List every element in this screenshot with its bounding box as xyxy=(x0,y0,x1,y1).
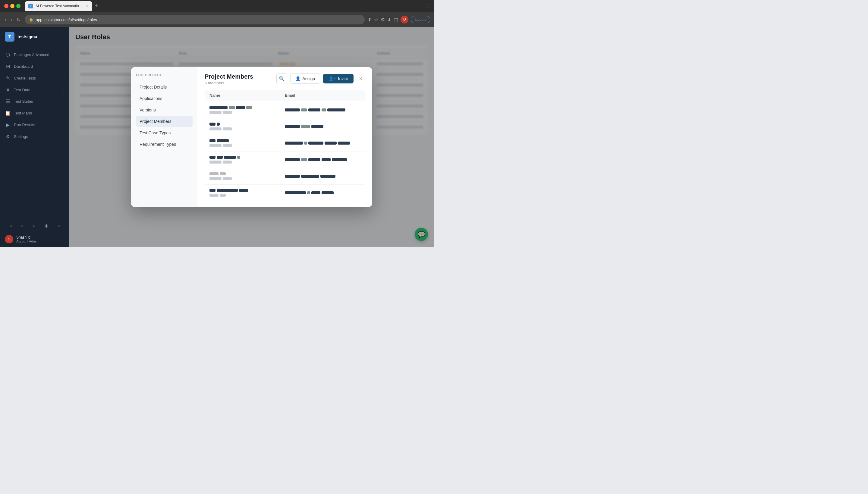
sidebar-bottom-icons: ○ ○ ○ ◉ ○ xyxy=(0,220,69,231)
email-part xyxy=(301,175,319,178)
table-row xyxy=(205,185,365,201)
bottom-icon-3[interactable]: ○ xyxy=(33,223,35,228)
nav-requirement-types[interactable]: Requirement Types xyxy=(136,139,192,150)
nav-applications[interactable]: Applications xyxy=(136,93,192,104)
browser-menu-icon[interactable]: ⋮ xyxy=(427,4,431,8)
chevron-icon: › xyxy=(63,88,64,92)
refresh-button[interactable]: ↻ xyxy=(15,16,22,24)
lock-icon: 🔒 xyxy=(29,17,34,22)
nav-project-details[interactable]: Project Details xyxy=(136,82,192,93)
email-cell xyxy=(285,191,360,194)
sidebar-item-test-data[interactable]: ≡ Test Data › xyxy=(0,84,69,95)
email-part xyxy=(332,158,347,161)
name-part xyxy=(209,111,222,114)
email-row xyxy=(285,125,360,128)
sidebar-item-test-suites[interactable]: ☰ Test Suites xyxy=(0,95,69,107)
browser-toolbar: ‹ › ↻ 🔒 app.testsigma.com/ui/settings/ro… xyxy=(0,12,434,27)
logo-text: testsigma xyxy=(17,34,37,39)
email-part xyxy=(308,109,320,111)
assign-button[interactable]: 👤 Assign xyxy=(290,74,320,84)
name-sub-row xyxy=(209,111,285,114)
name-part xyxy=(229,106,235,109)
active-browser-tab[interactable]: T AI Powered Test Automation P... × xyxy=(25,1,92,11)
extensions-icon[interactable]: ⚙ xyxy=(381,17,385,23)
bottom-icon-5[interactable]: ○ xyxy=(57,223,60,228)
name-part xyxy=(223,128,232,130)
close-traffic-light[interactable] xyxy=(4,4,8,8)
table-row xyxy=(205,168,365,185)
bookmark-icon[interactable]: ☆ xyxy=(374,17,378,23)
name-part xyxy=(223,144,232,147)
email-cell xyxy=(285,109,360,111)
name-column-header: Name xyxy=(209,93,285,98)
sidebar-item-dashboard[interactable]: ⊞ Dashboard xyxy=(0,60,69,72)
table-row xyxy=(205,152,365,168)
name-part xyxy=(209,189,216,192)
email-part xyxy=(285,141,303,145)
email-part xyxy=(311,191,320,194)
email-part xyxy=(301,125,310,128)
sidebar-item-run-results[interactable]: ▶ Run Results xyxy=(0,119,69,131)
table-header-row: Name Email xyxy=(205,90,365,101)
name-part xyxy=(246,106,252,109)
bottom-icon-2[interactable]: ○ xyxy=(21,223,23,228)
bottom-icon-4[interactable]: ◉ xyxy=(44,223,48,228)
sidebar-nav: ⬡ Packages Advanced › ⊞ Dashboard ✎ Crea… xyxy=(0,46,69,220)
nav-project-members[interactable]: Project Members xyxy=(136,116,192,127)
close-button[interactable]: × xyxy=(356,74,365,83)
modal-content-area: EDIT PROJECT Project Details Application… xyxy=(131,67,372,207)
modal-title: Project Members xyxy=(205,73,273,80)
sidebar-item-label: Create Tests xyxy=(14,76,60,80)
sidebar-logo: T testsigma xyxy=(0,27,69,46)
bottom-icon-1[interactable]: ○ xyxy=(10,223,12,228)
nav-versions[interactable]: Versions xyxy=(136,104,192,115)
sidebar-item-test-plans[interactable]: 📋 Test Plans xyxy=(0,107,69,119)
download-icon[interactable]: ⬇ xyxy=(387,17,391,23)
share-icon[interactable]: ⬆ xyxy=(368,17,372,23)
invite-button[interactable]: 👤+ Invite xyxy=(323,74,353,83)
sidebar-user-area: S Shashi b Account Admin xyxy=(0,231,69,247)
nav-test-case-types[interactable]: Test Case Types xyxy=(136,128,192,138)
tab-title: AI Powered Test Automation P... xyxy=(36,4,84,8)
sidebar-item-create-tests[interactable]: ✎ Create Tests › xyxy=(0,72,69,84)
table-row xyxy=(205,102,365,118)
email-part xyxy=(285,175,300,178)
sidebar-item-packages[interactable]: ⬡ Packages Advanced › xyxy=(0,49,69,60)
email-part xyxy=(338,141,350,145)
email-part xyxy=(325,141,337,145)
address-bar[interactable]: 🔒 app.testsigma.com/ui/settings/roles xyxy=(25,15,365,24)
back-button[interactable]: ‹ xyxy=(4,16,7,24)
email-row xyxy=(285,109,360,111)
user-role: Account Admin xyxy=(16,240,38,243)
email-cell xyxy=(285,125,360,128)
email-part xyxy=(320,175,335,178)
fullscreen-traffic-light[interactable] xyxy=(16,4,20,8)
name-part xyxy=(209,128,222,130)
search-button[interactable]: 🔍 xyxy=(276,73,287,84)
minimize-traffic-light[interactable] xyxy=(10,4,15,8)
name-part xyxy=(217,156,223,159)
name-part xyxy=(209,139,216,142)
email-row xyxy=(285,158,360,161)
email-row xyxy=(285,191,360,194)
name-sub-row xyxy=(209,160,285,164)
update-button[interactable]: Update xyxy=(411,16,430,23)
email-row xyxy=(285,141,360,145)
modal-left-nav: EDIT PROJECT Project Details Application… xyxy=(131,67,198,207)
app-layout: T testsigma ⬡ Packages Advanced › ⊞ Dash… xyxy=(0,27,434,247)
sidebar-item-label: Dashboard xyxy=(14,64,64,69)
new-tab-button[interactable]: + xyxy=(92,2,100,9)
name-part xyxy=(237,156,240,159)
name-part xyxy=(217,122,220,126)
tab-close-icon[interactable]: × xyxy=(86,4,89,8)
email-cell xyxy=(285,158,360,161)
name-part xyxy=(209,194,219,197)
sidebar-toggle-icon[interactable]: ◫ xyxy=(394,17,398,23)
email-part xyxy=(304,141,307,145)
name-row xyxy=(209,106,285,109)
sidebar-item-settings[interactable]: ⚙ Settings xyxy=(0,131,69,142)
forward-button[interactable]: › xyxy=(10,16,13,24)
chrome-user-avatar[interactable]: U xyxy=(401,16,408,23)
email-cell xyxy=(285,175,360,178)
tab-favicon: T xyxy=(28,4,33,8)
